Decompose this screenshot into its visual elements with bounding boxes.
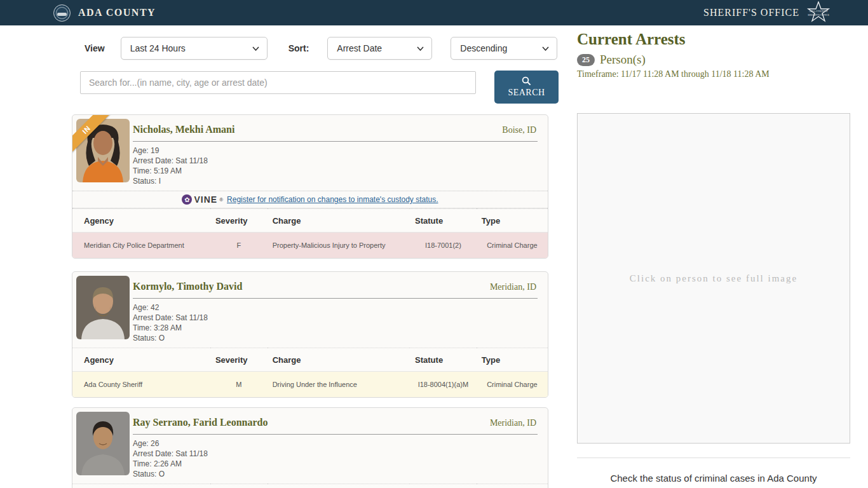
col-charge: Charge [268, 484, 410, 488]
col-charge: Charge [268, 209, 410, 233]
arrestee-age: Age: 26 [133, 438, 538, 449]
full-image-preview-box[interactable]: Click on person to see full image [577, 113, 850, 444]
sheriff-star-icon: ADA COUNTY SHERIFF'S OFFICE [806, 1, 831, 24]
sort-label: Sort: [288, 43, 309, 53]
vine-brand-text: VINE [194, 194, 217, 205]
arrestee-arrest-date: Arrest Date: Sat 11/18 [133, 313, 538, 323]
preview-placeholder-text: Click on person to see full image [630, 273, 797, 284]
name-row: Nicholas, Mekhi Amani Boise, ID [133, 121, 538, 142]
search-icon [522, 76, 531, 86]
ada-county-seal-icon [53, 4, 71, 22]
svg-text:ADA COUNTY: ADA COUNTY [809, 10, 828, 13]
col-severity: Severity [210, 484, 268, 488]
county-brand[interactable]: ADA COUNTY [53, 4, 156, 22]
panel-divider [577, 458, 850, 458]
chevron-down-icon [417, 46, 424, 51]
col-type: Type [477, 484, 548, 488]
col-agency: Agency [72, 348, 210, 372]
vine-registered-mark: ® [219, 197, 223, 203]
mugshot-photo[interactable] [76, 119, 130, 182]
charge-description: Property-Malicious Injury to Property [268, 233, 410, 259]
persons-count-line: 25 Person(s) [577, 53, 850, 67]
sort-field-select[interactable]: Arrest Date [327, 37, 432, 60]
name-row: Kormylo, Timothy David Meridian, ID [133, 278, 538, 299]
view-label: View [85, 43, 105, 53]
arrestee-city: Meridian, ID [490, 418, 536, 428]
arrestee-arrest-date: Arrest Date: Sat 11/18 [133, 156, 538, 166]
col-severity: Severity [210, 209, 268, 233]
charge-severity: M [210, 372, 268, 398]
panel-title: Current Arrests [577, 30, 850, 48]
persons-label: Person(s) [600, 53, 646, 67]
arrest-card-header: IN Nicholas, Mekhi Amani Boise, ID Age: … [72, 115, 548, 191]
arrestee-arrest-date: Arrest Date: Sat 11/18 [133, 449, 538, 459]
charge-statute: I18-7001(2) [410, 233, 477, 259]
county-title: ADA COUNTY [78, 7, 156, 18]
arrest-card-header: Ray Serrano, Farid Leonnardo Meridian, I… [72, 408, 548, 484]
arrestee-status: Status: I [133, 176, 538, 186]
vine-notification-row: ✿ VINE ® Register for notification on ch… [72, 191, 548, 208]
arrestee-age: Age: 42 [133, 302, 538, 313]
charges-header-row: Agency Severity Charge Statute Type [72, 209, 548, 233]
view-select-value: Last 24 Hours [130, 43, 186, 53]
search-input[interactable] [80, 71, 476, 94]
charge-type: Criminal Charge [477, 372, 548, 398]
arrestee-status: Status: O [133, 333, 538, 343]
arrestee-time: Time: 5:19 AM [133, 166, 538, 176]
col-severity: Severity [210, 348, 268, 372]
name-row: Ray Serrano, Farid Leonnardo Meridian, I… [133, 414, 538, 435]
search-button[interactable]: SEARCH [494, 71, 559, 104]
current-arrests-panel: Current Arrests 25 Person(s) Timeframe: … [577, 25, 850, 484]
arrestee-details: Age: 19 Arrest Date: Sat 11/18 Time: 5:1… [133, 142, 538, 191]
top-header-bar: ADA COUNTY SHERIFF'S OFFICE ADA COUNTY S… [0, 0, 868, 25]
arrestee-city: Boise, ID [502, 125, 536, 135]
arrestee-name-link[interactable]: Nicholas, Mekhi Amani [133, 124, 234, 135]
svg-text:SHERIFF'S OFFICE: SHERIFF'S OFFICE [808, 13, 829, 17]
arrestee-time: Time: 3:28 AM [133, 323, 538, 333]
sort-order-value: Descending [460, 43, 507, 53]
mugshot-photo[interactable] [76, 412, 130, 475]
search-bar: SEARCH [72, 71, 559, 104]
charge-agency: Ada County Sheriff [72, 372, 210, 398]
sheriff-office-brand[interactable]: SHERIFF'S OFFICE ADA COUNTY SHERIFF'S OF… [703, 1, 831, 24]
col-statute: Statute [410, 484, 477, 488]
results-column: View Last 24 Hours Sort: Arrest Date Des… [72, 25, 559, 488]
vine-register-link[interactable]: Register for notification on changes to … [227, 195, 438, 204]
arrestee-time: Time: 2:26 AM [133, 459, 538, 469]
sort-order-select[interactable]: Descending [451, 37, 557, 60]
charge-description: Driving Under the Influence [268, 372, 410, 398]
arrestee-status: Status: O [133, 469, 538, 479]
arrest-card-header: Kormylo, Timothy David Meridian, ID Age:… [72, 272, 548, 348]
arrestee-name-link[interactable]: Ray Serrano, Farid Leonnardo [133, 417, 268, 428]
chevron-down-icon [542, 46, 549, 51]
charge-row: Ada County Sheriff M Driving Under the I… [72, 372, 548, 398]
charge-agency: Meridian City Police Department [72, 233, 210, 259]
arrest-card: IN Nicholas, Mekhi Amani Boise, ID Age: … [72, 114, 548, 259]
vine-icon: ✿ [182, 194, 192, 205]
arrestee-details: Age: 26 Arrest Date: Sat 11/18 Time: 2:2… [133, 435, 538, 484]
col-agency: Agency [72, 484, 210, 488]
mugshot-photo[interactable] [76, 276, 130, 339]
chevron-down-icon [252, 46, 259, 51]
charge-type: Criminal Charge [477, 233, 548, 259]
col-statute: Statute [410, 348, 477, 372]
col-type: Type [477, 348, 548, 372]
col-type: Type [477, 209, 548, 233]
criminal-cases-text: Check the status of criminal cases in Ad… [577, 473, 850, 484]
charges-table: Agency Severity Charge Statute Type [72, 484, 548, 488]
filter-bar: View Last 24 Hours Sort: Arrest Date Des… [72, 36, 559, 61]
charges-table: Agency Severity Charge Statute Type Ada … [72, 348, 548, 397]
arrestee-age: Age: 19 [133, 146, 538, 156]
arrest-card: Kormylo, Timothy David Meridian, ID Age:… [72, 271, 548, 398]
view-select[interactable]: Last 24 Hours [121, 37, 268, 60]
arrest-card: Ray Serrano, Farid Leonnardo Meridian, I… [72, 407, 548, 488]
sort-field-value: Arrest Date [337, 43, 382, 53]
charge-row: Meridian City Police Department F Proper… [72, 233, 548, 259]
search-button-label: SEARCH [508, 88, 545, 98]
col-charge: Charge [268, 348, 410, 372]
arrestee-details: Age: 42 Arrest Date: Sat 11/18 Time: 3:2… [133, 299, 538, 348]
arrestee-city: Meridian, ID [490, 282, 536, 292]
arrestee-name-link[interactable]: Kormylo, Timothy David [133, 281, 242, 292]
charges-header-row: Agency Severity Charge Statute Type [72, 484, 548, 488]
timeframe-text: Timeframe: 11/17 11:28 AM through 11/18 … [577, 69, 850, 79]
